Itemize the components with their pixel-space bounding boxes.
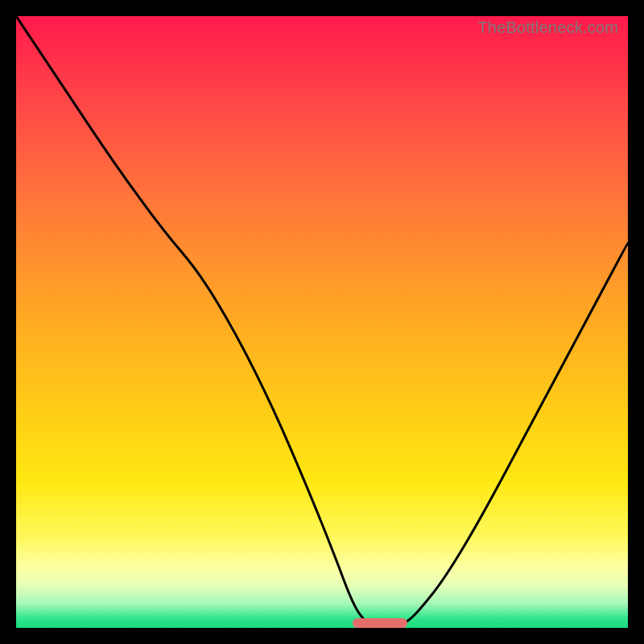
plot-area: TheBottleneck.com xyxy=(16,16,628,628)
optimal-range-marker xyxy=(353,618,407,628)
bottleneck-curve xyxy=(16,16,628,628)
chart-frame: TheBottleneck.com xyxy=(0,0,644,644)
curve-path xyxy=(16,16,628,628)
